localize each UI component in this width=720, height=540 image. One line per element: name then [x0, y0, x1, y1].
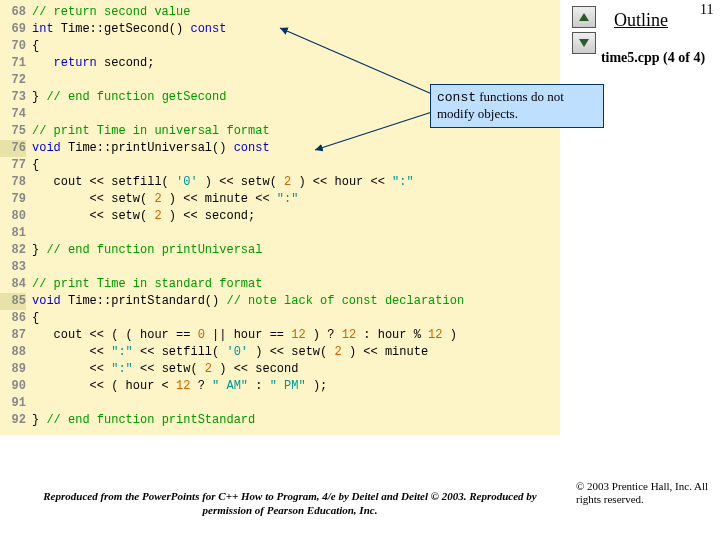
code-token: 0 — [198, 328, 205, 342]
code-token: '0' — [226, 345, 248, 359]
code-token: const — [190, 22, 226, 36]
line-number: 80 — [0, 208, 26, 225]
reproduction-text: Reproduced from the PowerPoints for C++ … — [40, 490, 540, 518]
code-token: << — [32, 345, 111, 359]
code-line: 89 << ":" << setw( 2 ) << second — [0, 361, 560, 378]
code-token: ":" — [392, 175, 414, 189]
code-line: 69int Time::getSecond() const — [0, 21, 560, 38]
line-number: 77 — [0, 157, 26, 174]
line-number: 81 — [0, 225, 26, 242]
code-token: || hour == — [205, 328, 291, 342]
code-token: // end function printUniversal — [46, 243, 262, 257]
code-token: " AM" — [212, 379, 248, 393]
code-token: const — [234, 141, 270, 155]
code-token: // end function getSecond — [46, 90, 226, 104]
code-token: 12 — [342, 328, 356, 342]
code-token: cout << setfill( — [32, 175, 176, 189]
file-label: time5.cpp (4 of 4) — [590, 50, 716, 66]
callout-box: const functions do not modify objects. — [430, 84, 604, 128]
code-line: 88 << ":" << setfill( '0' ) << setw( 2 )… — [0, 344, 560, 361]
copyright-text: © 2003 Prentice Hall, Inc. All rights re… — [576, 480, 716, 506]
code-token: << setfill( — [133, 345, 227, 359]
code-token — [32, 56, 54, 70]
code-token: Time::getSecond() — [54, 22, 191, 36]
line-number: 79 — [0, 191, 26, 208]
line-number: 72 — [0, 72, 26, 89]
code-line: 76void Time::printUniversal() const — [0, 140, 560, 157]
code-token: ? — [190, 379, 212, 393]
code-line: 84// print Time in standard format — [0, 276, 560, 293]
code-token: 2 — [334, 345, 341, 359]
code-token: ":" — [111, 362, 133, 376]
code-line: 86{ — [0, 310, 560, 327]
line-number: 90 — [0, 378, 26, 395]
code-token: 12 — [176, 379, 190, 393]
code-line: 79 << setw( 2 ) << minute << ":" — [0, 191, 560, 208]
line-number: 68 — [0, 4, 26, 21]
code-line: 78 cout << setfill( '0' ) << setw( 2 ) <… — [0, 174, 560, 191]
code-line: 83 — [0, 259, 560, 276]
code-token: ) << minute << — [162, 192, 277, 206]
code-token: 12 — [291, 328, 305, 342]
code-line: 70{ — [0, 38, 560, 55]
code-token: } — [32, 90, 46, 104]
code-token: void — [32, 141, 61, 155]
code-line: 68// return second value — [0, 4, 560, 21]
code-token: return — [54, 56, 97, 70]
line-number: 89 — [0, 361, 26, 378]
code-token: ) << setw( — [198, 175, 284, 189]
code-token: // note lack of const declaration — [226, 294, 464, 308]
code-token: << ( hour < — [32, 379, 176, 393]
page-number: 11 — [700, 2, 713, 18]
code-token: second; — [97, 56, 155, 70]
line-number: 87 — [0, 327, 26, 344]
line-number: 83 — [0, 259, 26, 276]
code-line: 92} // end function printStandard — [0, 412, 560, 429]
code-token: << — [32, 362, 111, 376]
code-token: ) << minute — [342, 345, 428, 359]
code-token: cout << ( ( hour == — [32, 328, 198, 342]
code-line: 91 — [0, 395, 560, 412]
line-number: 91 — [0, 395, 26, 412]
code-panel: 68// return second value69int Time::getS… — [0, 0, 560, 435]
code-line: 90 << ( hour < 12 ? " AM" : " PM" ); — [0, 378, 560, 395]
callout-mono: const — [437, 90, 476, 105]
line-number: 69 — [0, 21, 26, 38]
code-line: 85void Time::printStandard() // note lac… — [0, 293, 560, 310]
code-token: int — [32, 22, 54, 36]
code-line: 81 — [0, 225, 560, 242]
code-token: } — [32, 413, 46, 427]
code-token: Time::printUniversal() — [61, 141, 234, 155]
code-token: : — [248, 379, 270, 393]
code-token: // print Time in universal format — [32, 124, 270, 138]
code-token: 2 — [154, 209, 161, 223]
code-token: void — [32, 294, 61, 308]
outline-link[interactable]: Outline — [614, 10, 668, 31]
line-number: 86 — [0, 310, 26, 327]
code-token: ":" — [277, 192, 299, 206]
code-token: ":" — [111, 345, 133, 359]
line-number: 88 — [0, 344, 26, 361]
code-token: { — [32, 39, 39, 53]
code-token: " PM" — [270, 379, 306, 393]
code-token: ) ? — [306, 328, 342, 342]
nav-prev-button[interactable] — [572, 6, 596, 28]
code-token: << setw( — [133, 362, 205, 376]
code-token: ) << second — [212, 362, 298, 376]
code-line: 71 return second; — [0, 55, 560, 72]
code-token: ) << second; — [162, 209, 256, 223]
line-number: 84 — [0, 276, 26, 293]
code-token: ) << hour << — [291, 175, 392, 189]
line-number: 92 — [0, 412, 26, 429]
code-token: // end function printStandard — [46, 413, 255, 427]
code-line: 87 cout << ( ( hour == 0 || hour == 12 )… — [0, 327, 560, 344]
line-number: 78 — [0, 174, 26, 191]
line-number: 73 — [0, 89, 26, 106]
code-token: 2 — [154, 192, 161, 206]
code-token: << setw( — [32, 192, 154, 206]
line-number: 70 — [0, 38, 26, 55]
code-line: 80 << setw( 2 ) << second; — [0, 208, 560, 225]
line-number: 71 — [0, 55, 26, 72]
code-token: ) << setw( — [248, 345, 334, 359]
code-token: << setw( — [32, 209, 154, 223]
